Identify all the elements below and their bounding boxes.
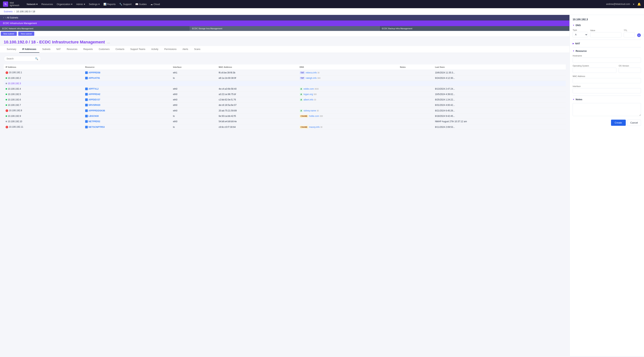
table-row[interactable]: !10.100.192.1APPPRD58eth1f6:c6:be:39:f8:… [4, 70, 566, 76]
mac-input[interactable] [573, 78, 641, 83]
table-row[interactable]: 10.100.192.4APPTVL2eth04e:c4:a3:6b:58:40… [4, 86, 566, 92]
logo[interactable]: TL tidal lightmesh [3, 2, 19, 7]
resource-link[interactable]: NETSCNPTR53 [85, 126, 169, 128]
resource-link[interactable]: APPPRDDSK86 [85, 109, 169, 112]
tab-support-teams[interactable]: Support Teams [127, 46, 148, 53]
tab-customers[interactable]: Customers [96, 46, 112, 53]
resource-link[interactable]: NETPRD52 [85, 120, 169, 123]
resource-link[interactable]: APPPRD42 [85, 93, 169, 96]
ip-address-link[interactable]: 10.100.192.1 [9, 71, 22, 74]
nav-user[interactable]: andrew@tidalcloud.com [606, 3, 630, 6]
dns-add-button[interactable]: + [637, 33, 641, 37]
tab-nat[interactable]: NAT [54, 46, 64, 53]
resource-link[interactable]: APPUAT91 [85, 77, 169, 79]
os-input[interactable] [573, 68, 616, 73]
dns-remove-button[interactable]: × [643, 33, 644, 37]
tab-ip-addresses[interactable]: IP Addresses [19, 46, 39, 53]
search-input[interactable] [6, 58, 35, 60]
dns-type-select[interactable]: A AAAA CNAME TXT MX [573, 32, 588, 38]
ip-address-link[interactable]: 10.100.192.2 [8, 77, 21, 79]
nav-cloud[interactable]: ☁ Cloud [150, 3, 160, 6]
table-row[interactable]: 10.100.192.9LBSCN30lo6e:93:ca:bb:42:f5CN… [4, 114, 566, 119]
tab-requests[interactable]: Requests [80, 46, 96, 53]
resource-link[interactable]: LBSCN30 [85, 115, 169, 118]
notes-textarea[interactable] [573, 103, 641, 116]
table-row[interactable]: 10.100.192.6APPDEV37eth0c2:bb:62:0e:f1:7… [4, 97, 566, 102]
resource-icon [85, 115, 88, 118]
subnet-child-backup[interactable]: ECDC Backup Infra Management [380, 26, 570, 31]
page-options-button[interactable]: ... [107, 40, 110, 44]
ip-cell: !10.100.192.1 [4, 70, 83, 76]
nav-support[interactable]: 🔧 Support [119, 3, 132, 6]
tab-subnets[interactable]: Subnets [39, 46, 54, 53]
table-row[interactable]: !10.100.192.8APPPRDDSK86eth020:ab:75:21:… [4, 108, 566, 114]
tab-summary[interactable]: Summary [4, 46, 19, 53]
table-row[interactable]: 10.100.192.5APPPRD42eth0a3:22:ce:96:75:b… [4, 92, 566, 97]
interface-input[interactable] [573, 88, 641, 93]
resource-link[interactable]: APPDEV37 [85, 98, 169, 101]
dns-value-link[interactable]: hollie.com [309, 115, 319, 118]
main-subnet-row[interactable]: ECDC Infrastructure Management [0, 20, 570, 26]
dns-ttl-input[interactable]: 600 [624, 32, 635, 38]
dns-value-input[interactable] [590, 32, 622, 38]
dns-value-link[interactable]: raleigh.info [306, 77, 317, 79]
subnet-child-storage[interactable]: ECDC Storage Inra Management [190, 26, 380, 31]
dns-section-header[interactable]: ▼ DNS [573, 24, 641, 27]
ip-address-link[interactable]: 10.100.192.7 [8, 104, 21, 106]
ip-address-link[interactable]: 10.100.192.10 [8, 120, 22, 123]
nav-guides[interactable]: 📖 Guides [135, 3, 147, 6]
new-subnet-button-1[interactable]: New subnet [1, 32, 17, 36]
nat-section-header[interactable]: ▶ NAT [573, 42, 641, 45]
tab-activity[interactable]: Activity [148, 46, 161, 53]
tab-contacts[interactable]: Contacts [112, 46, 127, 53]
notification-bell-icon[interactable]: 🔔 [637, 2, 641, 6]
dns-value-link[interactable]: sidney.name [304, 109, 316, 112]
table-row[interactable]: 10.100.192.7SRVSRH20eth0de:c6:18:5a:6e:0… [4, 102, 566, 108]
ip-address-link[interactable]: 10.100.192.4 [8, 88, 21, 90]
nav-admin[interactable]: Admin ▾ [76, 3, 85, 6]
subnet-child-network[interactable]: ECDC Network Infra Management [0, 26, 190, 31]
resource-link[interactable]: APPTVL2 [85, 88, 169, 90]
notes-section-header[interactable]: ▼ Notes [573, 98, 641, 101]
tab-scans[interactable]: Scans [191, 46, 203, 53]
table-row[interactable]: 10.100.192.10NETPRD52eth054:b6:e4:b9:b9:… [4, 119, 566, 124]
nav-organization[interactable]: Organization ▾ [57, 3, 72, 6]
os-version-input[interactable] [619, 68, 641, 73]
new-subnet-button-2[interactable]: New subnet [18, 32, 34, 36]
ip-address-link[interactable]: 10.100.192.11 [9, 126, 23, 128]
nav-reports[interactable]: 📊 Reports [104, 3, 116, 6]
ip-address-link[interactable]: 10.100.192.8 [9, 109, 22, 112]
resource-section-header[interactable]: ▼ Resource [573, 50, 641, 52]
ip-address-link[interactable]: 10.100.192.9 [8, 115, 21, 118]
breadcrumb-parent[interactable]: Subnets [4, 10, 13, 13]
interface-cell: eth0 [171, 119, 217, 124]
table-row[interactable]: !10.100.192.11NETSCNPTR53loc6:6c:c5:f7:3… [4, 124, 566, 130]
tab-resources[interactable]: Resources [64, 46, 80, 53]
dns-value-link[interactable]: albert.info [304, 98, 314, 101]
create-button[interactable]: Create [611, 120, 626, 126]
hostname-input[interactable] [573, 58, 641, 63]
dns-value-link[interactable]: rebeca.info [306, 71, 317, 74]
cancel-button[interactable]: Cancel [627, 120, 641, 126]
table-row[interactable]: 10.100.192.3 [4, 81, 566, 86]
nav-settings[interactable]: Settings ▾ [89, 3, 100, 6]
tab-permissions[interactable]: Permissions [161, 46, 180, 53]
dns-value-link[interactable]: logan.org [304, 93, 313, 96]
status-inactive-icon [6, 83, 7, 84]
nav-resources[interactable]: Resources [41, 3, 53, 6]
last-seen-cell [433, 81, 566, 86]
dns-value-link[interactable]: eddie.com [304, 88, 314, 90]
all-subnets-row[interactable]: ↑ ↑ All Subnets [0, 15, 570, 20]
ip-address-link[interactable]: 10.100.192.5 [8, 93, 21, 96]
nav-items: Network ▾ Resources Organization ▾ Admin… [27, 3, 602, 6]
right-panel: 10.100.192.3 ▼ DNS Type A AAAA CNAME TXT… [570, 15, 644, 356]
ip-address-link[interactable]: 10.100.192.3 [8, 82, 21, 85]
ip-address-link[interactable]: 10.100.192.6 [8, 98, 21, 101]
nav-network[interactable]: Network ▾ [27, 3, 38, 6]
table-row[interactable]: 10.100.192.2APPUAT91loe8:1a:1b:00:38:9fT… [4, 76, 566, 81]
resource-link[interactable]: SRVSRH20 [85, 104, 169, 106]
dns-value-link[interactable]: macey.info [309, 126, 320, 128]
resource-cell: APPPRDDSK86 [83, 108, 171, 114]
tab-alerts[interactable]: Alerts [180, 46, 191, 53]
resource-link[interactable]: APPPRD58 [85, 71, 169, 74]
